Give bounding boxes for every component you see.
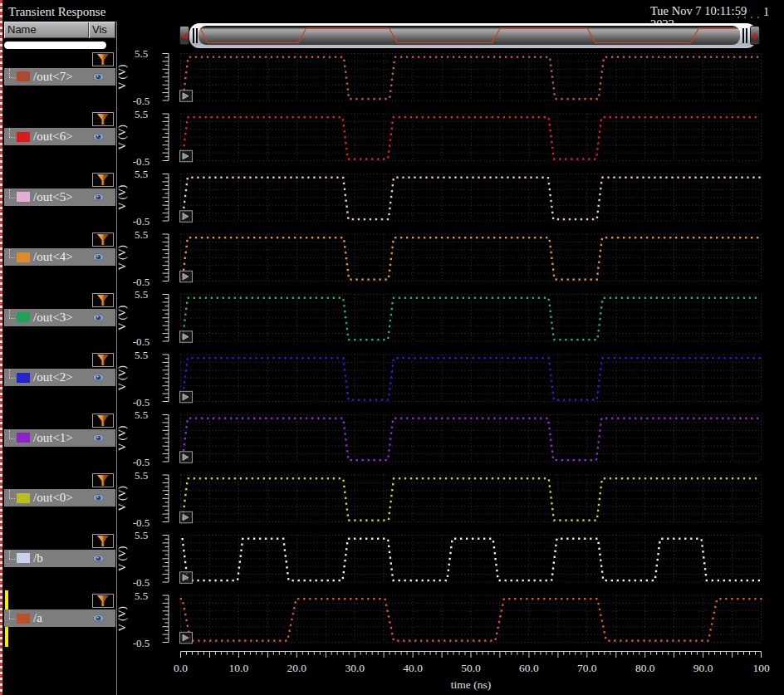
sidebar-splitter[interactable] bbox=[116, 22, 118, 695]
signal-color-swatch[interactable] bbox=[17, 71, 30, 81]
strip-out0[interactable]: 5.5-0.5V (V) bbox=[116, 469, 762, 529]
strip-b[interactable]: 5.5-0.5V (V) bbox=[116, 529, 762, 589]
strip-play-button[interactable] bbox=[180, 572, 193, 584]
signal-name[interactable]: /out<6> bbox=[33, 128, 73, 145]
signal-row[interactable]: /b bbox=[4, 550, 115, 567]
visibility-eye-icon[interactable] bbox=[93, 494, 104, 502]
scrollbar-left-arrow-button[interactable] bbox=[179, 26, 189, 45]
signal-color-swatch[interactable] bbox=[17, 252, 30, 262]
strip-filter-button[interactable] bbox=[92, 173, 114, 187]
visibility-eye-icon[interactable] bbox=[93, 555, 104, 562]
strip-play-button[interactable] bbox=[180, 150, 193, 162]
strip-out1[interactable]: 5.5-0.5V (V) bbox=[116, 409, 762, 468]
visibility-eye-icon[interactable] bbox=[93, 434, 104, 442]
strip-filter-button[interactable] bbox=[92, 232, 114, 247]
waveform-trace[interactable] bbox=[181, 357, 760, 401]
visibility-eye-icon[interactable] bbox=[93, 193, 104, 201]
strip-out7[interactable]: 5.5-0.5V (V) bbox=[116, 47, 762, 107]
waveform-trace[interactable] bbox=[180, 418, 759, 462]
signal-name[interactable]: /a bbox=[33, 609, 42, 627]
strip-out4[interactable]: 5.5-0.5V (V) bbox=[116, 228, 762, 288]
waveform-trace[interactable] bbox=[181, 177, 760, 221]
signal-filter-input[interactable] bbox=[4, 42, 106, 49]
strip-out5[interactable]: 5.5-0.5V (V) bbox=[116, 168, 762, 228]
signal-name[interactable]: /b bbox=[33, 550, 43, 567]
strip-play-button[interactable] bbox=[180, 632, 193, 644]
visibility-eye-icon[interactable] bbox=[93, 133, 104, 140]
scrollbar-thumb-window[interactable] bbox=[198, 26, 740, 45]
dock-handle[interactable] bbox=[0, 0, 2, 695]
signal-row[interactable]: /out<5> bbox=[4, 188, 115, 206]
signal-row[interactable]: /out<0> bbox=[4, 489, 115, 507]
scrollbar-left-grip[interactable] bbox=[193, 28, 198, 43]
strip-play-button[interactable] bbox=[180, 91, 193, 102]
signal-color-swatch[interactable] bbox=[17, 373, 30, 383]
signal-row[interactable]: /out<2> bbox=[4, 369, 115, 386]
signal-color-swatch[interactable] bbox=[17, 433, 30, 443]
signal-name[interactable]: /out<3> bbox=[33, 309, 73, 326]
waveform-trace[interactable] bbox=[182, 297, 757, 341]
strip-filter-button[interactable] bbox=[92, 473, 114, 487]
visibility-eye-icon[interactable] bbox=[93, 253, 104, 261]
strip-play-button[interactable] bbox=[180, 331, 193, 343]
strip-play-button[interactable] bbox=[180, 511, 193, 523]
strip-filter-button[interactable] bbox=[92, 293, 114, 307]
visibility-eye-icon[interactable] bbox=[93, 73, 104, 81]
signal-row[interactable]: /out<1> bbox=[4, 429, 115, 447]
strip-out3[interactable]: 5.5-0.5V (V) bbox=[116, 288, 762, 348]
x-axis: 0.010.020.030.040.050.060.070.080.090.01… bbox=[174, 652, 770, 691]
strip-play-button[interactable] bbox=[180, 271, 193, 282]
scrollbar-right-grip[interactable] bbox=[742, 28, 748, 43]
scrollbar-right-arrow-button[interactable] bbox=[750, 26, 760, 45]
signal-name[interactable]: /out<4> bbox=[33, 248, 73, 266]
column-header-name[interactable]: Name bbox=[4, 22, 89, 38]
signal-name[interactable]: /out<7> bbox=[33, 68, 73, 86]
strip-filter-button[interactable] bbox=[92, 112, 114, 126]
visibility-eye-icon[interactable] bbox=[93, 374, 104, 381]
signal-name[interactable]: /out<5> bbox=[33, 188, 73, 206]
right-arrow-icon bbox=[751, 27, 761, 46]
signal-name[interactable]: /out<0> bbox=[33, 489, 73, 507]
signal-row[interactable]: /out<6> bbox=[4, 128, 115, 145]
strip-filter-button[interactable] bbox=[92, 52, 114, 66]
waveform-trace[interactable] bbox=[182, 538, 761, 582]
x-tick-label: 50.0 bbox=[461, 662, 481, 674]
strip-play-button[interactable] bbox=[180, 452, 193, 463]
visibility-eye-icon[interactable] bbox=[93, 614, 104, 622]
signal-row[interactable]: /out<7> bbox=[4, 68, 115, 86]
strip-filter-button[interactable] bbox=[92, 414, 114, 428]
signal-color-swatch[interactable] bbox=[17, 132, 30, 142]
waveform-trace[interactable] bbox=[182, 477, 757, 521]
signal-color-swatch[interactable] bbox=[17, 192, 30, 202]
visibility-eye-icon[interactable] bbox=[93, 314, 104, 321]
strip-play-button[interactable] bbox=[180, 391, 193, 403]
signal-color-swatch[interactable] bbox=[17, 614, 30, 624]
signal-color-swatch[interactable] bbox=[17, 553, 30, 563]
y-unit-label: V (V) bbox=[116, 546, 128, 571]
strip-out2[interactable]: 5.5-0.5V (V) bbox=[116, 349, 762, 409]
waveform-trace[interactable] bbox=[180, 598, 762, 642]
column-header-vis[interactable]: Vis bbox=[89, 22, 115, 38]
strip-out6[interactable]: 5.5-0.5V (V) bbox=[116, 108, 762, 168]
signal-row[interactable]: /out<4> bbox=[4, 248, 115, 266]
waveform-plot-area[interactable]: 5.5-0.5V (V)5.5-0.5V (V)5.5-0.5V (V)5.5-… bbox=[116, 0, 784, 695]
signal-color-swatch[interactable] bbox=[17, 312, 30, 322]
signal-name[interactable]: /out<2> bbox=[33, 369, 73, 386]
signal-color-swatch[interactable] bbox=[17, 493, 30, 503]
y-max-label: 5.5 bbox=[135, 349, 148, 361]
signal-name[interactable]: /out<1> bbox=[33, 429, 73, 447]
waveform-trace[interactable] bbox=[182, 116, 757, 160]
waveform-trace[interactable] bbox=[179, 237, 758, 281]
y-axis-ruler bbox=[163, 415, 169, 463]
filter-funnel-icon bbox=[93, 294, 113, 306]
left-arrow-icon bbox=[180, 27, 190, 46]
strip-a[interactable]: 5.5-0.5V (V) bbox=[116, 590, 762, 649]
strip-filter-button[interactable] bbox=[92, 594, 114, 608]
signal-row[interactable]: /out<3> bbox=[4, 309, 115, 326]
strip-filter-button[interactable] bbox=[92, 534, 114, 548]
waveform-trace[interactable] bbox=[179, 56, 758, 100]
strip-play-button[interactable] bbox=[180, 211, 193, 222]
signal-row[interactable]: /a bbox=[4, 609, 115, 627]
y-axis-ruler bbox=[163, 595, 169, 643]
strip-filter-button[interactable] bbox=[92, 353, 114, 367]
